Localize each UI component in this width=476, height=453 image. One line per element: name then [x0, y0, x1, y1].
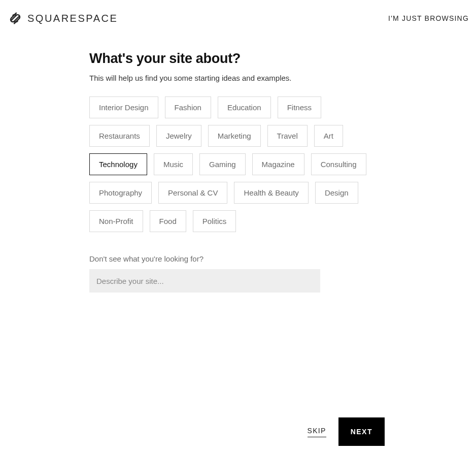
search-label: Don't see what you're looking for?	[89, 254, 384, 263]
category-chip[interactable]: Food	[150, 210, 186, 232]
page-subheading: This will help us find you some starting…	[89, 74, 384, 82]
category-chip[interactable]: Fitness	[278, 96, 321, 118]
logo[interactable]: SQUARESPACE	[7, 10, 118, 26]
category-chip[interactable]: Music	[154, 153, 193, 175]
onboarding-content: What's your site about? This will help u…	[89, 51, 384, 293]
category-chip[interactable]: Fashion	[165, 96, 211, 118]
next-button[interactable]: NEXT	[338, 417, 385, 446]
page-heading: What's your site about?	[89, 51, 384, 67]
describe-site-input[interactable]	[89, 269, 320, 293]
category-chip[interactable]: Jewelry	[156, 125, 201, 147]
category-chip[interactable]: Art	[314, 125, 343, 147]
just-browsing-link[interactable]: I'M JUST BROWSING	[388, 14, 469, 22]
category-chip[interactable]: Restaurants	[89, 125, 150, 147]
category-chip[interactable]: Personal & CV	[158, 182, 227, 204]
category-chip[interactable]: Consulting	[311, 153, 366, 175]
category-chip[interactable]: Technology	[89, 153, 147, 175]
skip-button[interactable]: SKIP	[308, 427, 326, 437]
squarespace-logo-icon	[7, 10, 23, 26]
category-chip[interactable]: Magazine	[252, 153, 304, 175]
category-chip[interactable]: Interior Design	[89, 96, 158, 118]
header: SQUARESPACE I'M JUST BROWSING	[0, 0, 476, 26]
category-chip[interactable]: Education	[218, 96, 271, 118]
category-chip[interactable]: Travel	[267, 125, 308, 147]
category-chip[interactable]: Non-Profit	[89, 210, 143, 232]
category-chip[interactable]: Politics	[193, 210, 236, 232]
category-chip[interactable]: Marketing	[208, 125, 261, 147]
category-chips: Interior DesignFashionEducationFitnessRe…	[89, 96, 384, 232]
category-chip[interactable]: Gaming	[199, 153, 246, 175]
category-chip[interactable]: Design	[315, 182, 358, 204]
search-section: Don't see what you're looking for?	[89, 254, 384, 293]
logo-text: SQUARESPACE	[27, 13, 118, 24]
category-chip[interactable]: Photography	[89, 182, 152, 204]
category-chip[interactable]: Health & Beauty	[234, 182, 308, 204]
footer-actions: SKIP NEXT	[308, 417, 385, 446]
